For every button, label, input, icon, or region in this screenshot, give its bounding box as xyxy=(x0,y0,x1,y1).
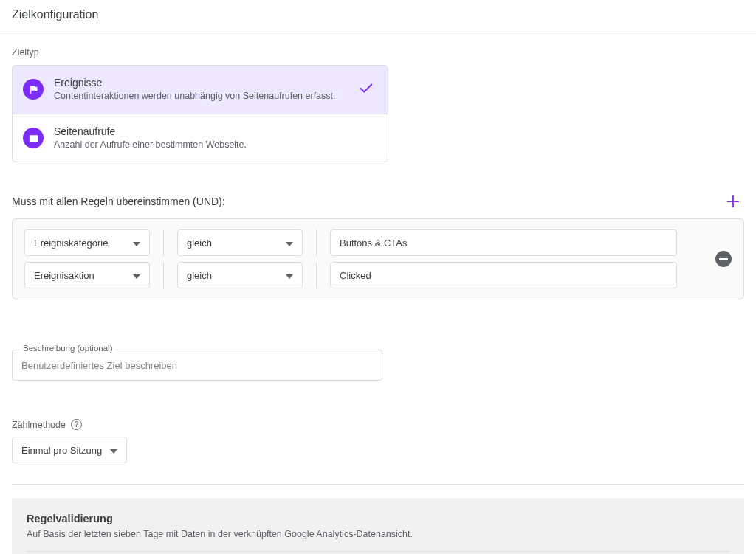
webpage-icon xyxy=(23,128,44,148)
validation-panel: Regelvalidierung Auf Basis der letzten s… xyxy=(12,498,744,554)
check-icon xyxy=(358,80,374,99)
rule-value-input[interactable]: Buttons & CTAs xyxy=(330,229,677,256)
caret-down-icon xyxy=(133,270,140,281)
zieltyp-option-ereignisse[interactable]: Ereignisse Contentinteraktionen werden u… xyxy=(13,66,388,114)
zieltyp-option-desc: Contentinteraktionen werden unabhängig v… xyxy=(54,90,348,103)
caret-down-icon xyxy=(286,270,293,281)
add-rule-button[interactable] xyxy=(722,190,744,212)
zieltyp-option-desc: Anzahl der Aufrufe einer bestimmten Webs… xyxy=(54,139,374,152)
rule-attribute-value: Ereigniskategorie xyxy=(34,238,108,249)
rule-row: Ereigniskategorie gleich Buttons & CTAs xyxy=(24,229,732,256)
rule-attribute-select[interactable]: Ereignisaktion xyxy=(24,262,150,288)
rule-row: Ereignisaktion gleich Clicked xyxy=(24,262,732,288)
page-title: Zielkonfiguration xyxy=(12,8,98,21)
caret-down-icon xyxy=(133,238,140,249)
zieltyp-option-seitenaufrufe[interactable]: Seitenaufrufe Anzahl der Aufrufe einer b… xyxy=(13,114,388,162)
counting-select[interactable]: Einmal pro Sitzung xyxy=(12,437,127,463)
rule-attribute-value: Ereignisaktion xyxy=(34,270,94,281)
validation-subtitle: Auf Basis der letzten sieben Tage mit Da… xyxy=(27,529,729,552)
zieltyp-option-title: Seitenaufrufe xyxy=(54,125,374,138)
caret-down-icon xyxy=(286,238,293,249)
zieltyp-option-title: Ereignisse xyxy=(54,76,348,89)
zieltyp-label: Zieltyp xyxy=(12,47,744,58)
description-input[interactable] xyxy=(12,350,382,381)
svg-rect-0 xyxy=(719,258,728,260)
rule-value-input[interactable]: Clicked xyxy=(330,262,677,288)
help-icon[interactable]: ? xyxy=(71,419,82,430)
counting-label: Zählmethode xyxy=(12,420,66,430)
rules-box: Ereigniskategorie gleich Buttons & CTAs … xyxy=(12,218,744,299)
caret-down-icon xyxy=(110,445,117,456)
remove-rule-button[interactable] xyxy=(715,251,732,267)
rule-attribute-select[interactable]: Ereigniskategorie xyxy=(24,229,150,256)
validation-title: Regelvalidierung xyxy=(27,513,729,524)
counting-selected: Einmal pro Sitzung xyxy=(21,445,102,456)
rules-header: Muss mit allen Regeln übereinstimmen (UN… xyxy=(12,195,225,207)
flag-icon xyxy=(23,79,44,100)
rule-operator-value: gleich xyxy=(187,238,212,249)
rule-operator-select[interactable]: gleich xyxy=(177,262,303,288)
rule-operator-select[interactable]: gleich xyxy=(177,229,303,256)
description-label: Beschreibung (optional) xyxy=(19,344,116,353)
zieltyp-card: Ereignisse Contentinteraktionen werden u… xyxy=(12,65,388,162)
rule-operator-value: gleich xyxy=(187,270,212,281)
